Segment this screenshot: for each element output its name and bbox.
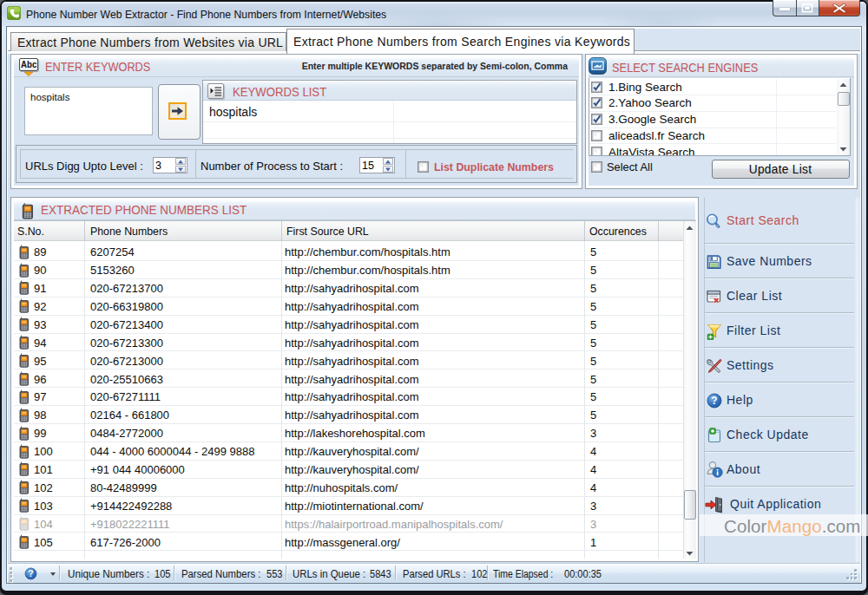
svg-text:?: ? bbox=[711, 395, 717, 407]
svg-text:?: ? bbox=[28, 568, 33, 579]
